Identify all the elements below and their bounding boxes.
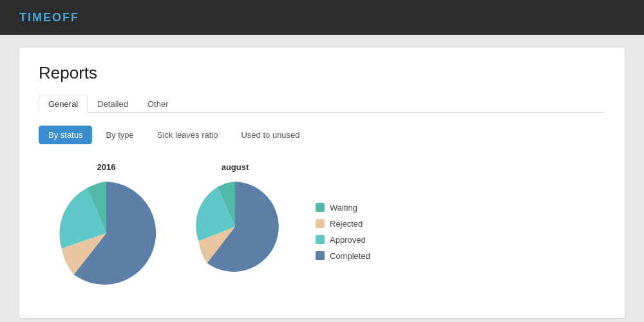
tab-other[interactable]: Other bbox=[138, 95, 178, 113]
legend: Waiting Rejected Approved Completed bbox=[316, 203, 370, 261]
legend-dot-waiting bbox=[316, 203, 325, 212]
legend-label-approved: Approved bbox=[330, 235, 366, 245]
filter-by-type[interactable]: By type bbox=[96, 126, 143, 144]
chart-august-block: august bbox=[187, 162, 283, 275]
topbar: TIMEOFF bbox=[0, 0, 644, 35]
pie-chart-2016 bbox=[52, 178, 161, 288]
tab-detailed[interactable]: Detailed bbox=[88, 95, 138, 113]
legend-item-completed: Completed bbox=[316, 251, 370, 261]
filter-used-to-unused[interactable]: Used to unused bbox=[231, 126, 309, 144]
logo: TIMEOFF bbox=[19, 11, 79, 24]
page-title: Reports bbox=[39, 63, 605, 83]
filter-sick-leaves[interactable]: Sick leaves ratio bbox=[147, 126, 228, 144]
legend-label-completed: Completed bbox=[330, 251, 370, 261]
legend-dot-approved bbox=[316, 235, 325, 244]
legend-label-rejected: Rejected bbox=[330, 219, 363, 229]
tab-general[interactable]: General bbox=[39, 95, 88, 113]
logo-part1: TIME bbox=[19, 11, 52, 24]
legend-item-approved: Approved bbox=[316, 235, 370, 245]
pie-chart-august bbox=[187, 178, 283, 275]
legend-item-waiting: Waiting bbox=[316, 203, 370, 213]
chart-2016-title: 2016 bbox=[97, 162, 116, 172]
legend-dot-rejected bbox=[316, 219, 325, 228]
filter-by-status[interactable]: By status bbox=[39, 126, 92, 144]
main-card: Reports General Detailed Other By status… bbox=[19, 48, 625, 318]
legend-label-waiting: Waiting bbox=[330, 203, 357, 213]
charts-area: 2016 august bbox=[39, 162, 605, 288]
chart-august-title: august bbox=[222, 162, 249, 172]
chart-2016-block: 2016 bbox=[52, 162, 161, 288]
legend-dot-completed bbox=[316, 251, 325, 260]
filter-row: By status By type Sick leaves ratio Used… bbox=[39, 126, 605, 144]
legend-item-rejected: Rejected bbox=[316, 219, 370, 229]
logo-highlight: OFF bbox=[52, 11, 79, 24]
tabs-row: General Detailed Other bbox=[39, 95, 605, 113]
